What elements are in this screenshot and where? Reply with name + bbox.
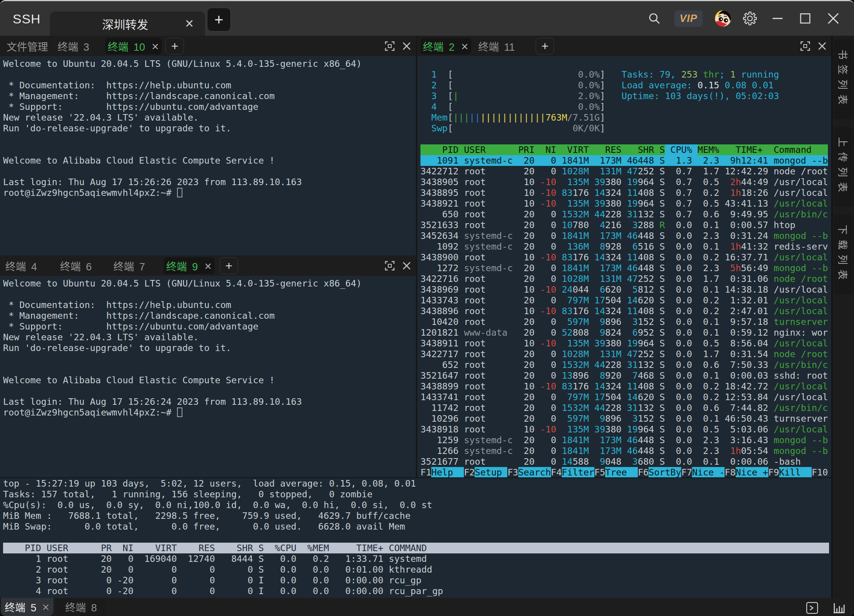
terminal-2-screen[interactable]: 1 [ 0.0%] Tasks: 79, 253 thr; 1 running … [417,56,831,477]
terminal-line: 1272 systemd-c 20 0 1841M 173M 46448 S 0… [420,263,831,273]
tab-terminal-5[interactable]: 终端 5× [1,598,53,616]
close-button[interactable] [826,1,840,36]
pane-expand-icon [385,261,395,271]
settings-button[interactable] [743,1,757,36]
terminal-line: PID USER PRI NI VIRT RES SHR S CPU% MEM%… [420,144,831,155]
pane-expand-icon [385,41,395,51]
terminal-line: 3438911 root 10 -10 135M 39380 19964 S 0… [420,338,831,349]
terminal-line: 4 [ 0.0%] [420,101,831,112]
terminal-line: 3 root 0 -20 0 0 0 I 0.0 0.0 0:00.00 rcu… [3,575,831,586]
session-tab-close-icon[interactable]: × [185,15,205,32]
minimize-button[interactable] [771,1,784,36]
pane-maximize-button[interactable] [384,260,395,271]
app-window: SSH 深圳转发 × + VIP [0,0,854,616]
new-terminal-button[interactable] [804,600,820,616]
tab-terminal-7[interactable]: 终端 7 [108,257,151,274]
pane-close-button[interactable] [401,41,412,51]
tab-close-icon[interactable]: × [42,601,50,613]
pane-close-icon [402,261,411,270]
close-icon [827,12,839,25]
terminal-9-screen[interactable]: Welcome to Ubuntu 20.04.5 LTS (GNU/Linux… [0,276,416,477]
terminal-line: 2 [ 0.0%] Load average: 0.15 0.08 0.01 [420,80,831,91]
terminal-line: Last login: Thu Aug 17 15:26:24 2023 fro… [3,396,416,407]
pane-top-left-tabbar: 文件管理 终端 3 终端 10× + [0,36,416,56]
monitor-button[interactable] [831,600,847,616]
terminal-line: 1433741 root 20 0 797M 17504 14620 S 0.0… [420,392,831,402]
terminal-line: MiB Mem : 7688.1 total, 2298.5 free, 759… [3,510,831,521]
bottom-tabbar: 终端 5× 终端 8 [0,598,854,616]
terminal-line: 3 [| 2.0%] Uptime: 103 days(!), 05:02:03 [420,91,831,101]
add-terminal-button[interactable]: + [220,257,238,274]
tab-terminal-6[interactable]: 终端 6 [54,257,98,274]
add-terminal-button[interactable]: + [536,38,554,55]
terminal-line: Swp[ 0K/0K] [420,123,831,134]
terminal-line: 10296 root 20 0 597M 9896 3152 S 0.0 0.1… [420,413,831,424]
sidebar-download-list-button[interactable]: 下载列表 [834,215,853,295]
terminal-line: 1 [ 0.0%] Tasks: 79, 253 thr; 1 running [420,69,831,80]
terminal-line: 3422717 root 20 0 1028M 131M 47252 S 0.0… [420,349,831,359]
terminal-line: 3438895 root 10 -10 83176 14324 11408 S … [420,187,831,198]
terminal-line [420,134,831,144]
terminal-line: 11742 root 20 0 1532M 44228 31132 S 0.0 … [420,402,831,413]
sidebar-upload-list-button[interactable]: 上传列表 [834,127,853,207]
terminal-line: 2 root 20 0 0 0 0 S 0.0 0.0 0:01.00 kthr… [3,564,831,575]
tab-terminal-9[interactable]: 终端 9× [164,257,215,274]
terminal-line: root@iZwz9hgcn5aqiewmvhl4pxZ:~# [3,187,416,198]
terminal-5-screen[interactable]: top - 15:27:19 up 103 days, 5:02, 12 use… [0,478,831,598]
terminal-10-screen[interactable]: Welcome to Ubuntu 20.04.5 LTS (GNU/Linux… [0,56,416,255]
tab-terminal-8[interactable]: 终端 8 [56,598,106,616]
pane-close-button[interactable] [401,260,412,271]
terminal-icon [806,602,818,614]
tab-terminal-2[interactable]: 终端 2× [420,38,471,55]
terminal-line: F1Help F2Setup F3SearchF4FilterF5Tree F6… [420,467,831,477]
add-terminal-button[interactable]: + [166,38,184,55]
pane-expand-icon [800,41,810,51]
terminal-line: * Documentation: https://help.ubuntu.com [3,300,416,310]
terminal-line [3,69,416,80]
pane-maximize-button[interactable] [384,41,395,51]
tab-close-icon[interactable]: × [461,41,469,52]
terminal-line: 3438899 root 10 -10 83176 14324 11408 S … [420,381,831,392]
search-button[interactable] [647,1,661,36]
terminal-line: * Support: https://ubuntu.com/advantage [3,321,416,332]
vip-badge[interactable]: VIP [674,10,703,27]
terminal-line: top - 15:27:19 up 103 days, 5:02, 12 use… [3,478,831,489]
tab-terminal-3[interactable]: 终端 3 [54,38,93,55]
new-session-button[interactable]: + [207,8,231,31]
terminal-line: 10420 root 20 0 597M 9896 3152 S 0.0 0.1… [420,316,831,327]
tab-terminal-10[interactable]: 终端 10× [105,38,162,55]
terminal-line: * Management: https://landscape.canonica… [3,91,416,101]
terminal-line [3,289,416,300]
sidebar-bookmark-list-button[interactable]: 书签列表 [834,40,853,119]
terminal-line: 650 root 20 0 1532M 44228 31132 S 0.7 0.… [420,209,831,220]
terminal-line: 3422712 root 20 0 1028M 131M 47252 S 0.7… [420,166,831,177]
pane-maximize-button[interactable] [800,41,811,51]
terminal-line: %Cpu(s): 0.0 us, 0.0 sy, 0.0 ni,100.0 id… [3,500,831,510]
terminal-line [3,144,416,155]
terminal-line: PID USER PR NI VIRT RES SHR S %CPU %MEM … [3,543,831,553]
minimize-icon [772,13,783,24]
session-tab[interactable]: 深圳转发 × [50,12,205,36]
terminal-line: 3452634 systemd-c 20 0 1841M 173M 46448 … [420,230,831,241]
tab-close-icon[interactable]: × [204,260,212,272]
terminal-line: 4 root 0 -20 0 0 0 I 0.0 0.0 0:00.00 rcu… [3,586,831,596]
pane-divider[interactable] [416,36,417,477]
terminal-line: 652 root 20 0 1532M 44228 31132 S 0.0 0.… [420,359,831,370]
terminal-line: MiB Swap: 0.0 total, 0.0 free, 0.0 used.… [3,521,831,532]
avatar[interactable] [714,10,732,27]
pane-close-button[interactable] [817,41,828,51]
terminal-line: 3438969 root 10 -10 24044 6620 5812 S 0.… [420,284,831,295]
terminal-line: New release '22.04.3 LTS' available. [3,112,416,123]
avatar-image [714,10,732,27]
terminal-line: 3438900 root 10 -10 83176 14324 11408 S … [420,252,831,263]
terminal-line: * Support: https://ubuntu.com/advantage [3,101,416,112]
tab-file-manager[interactable]: 文件管理 [2,38,52,55]
maximize-button[interactable] [799,1,812,36]
terminal-line: Run 'do-release-upgrade' to upgrade to i… [3,123,416,134]
tab-terminal-11[interactable]: 终端 11 [475,38,518,55]
tab-terminal-4[interactable]: 终端 4 [0,257,42,274]
terminal-line: New release '22.04.3 LTS' available. [3,332,416,343]
maximize-icon [799,13,811,24]
tab-close-icon[interactable]: × [151,41,159,52]
pane-right-tabbar: 终端 2× 终端 11 + [417,36,831,56]
